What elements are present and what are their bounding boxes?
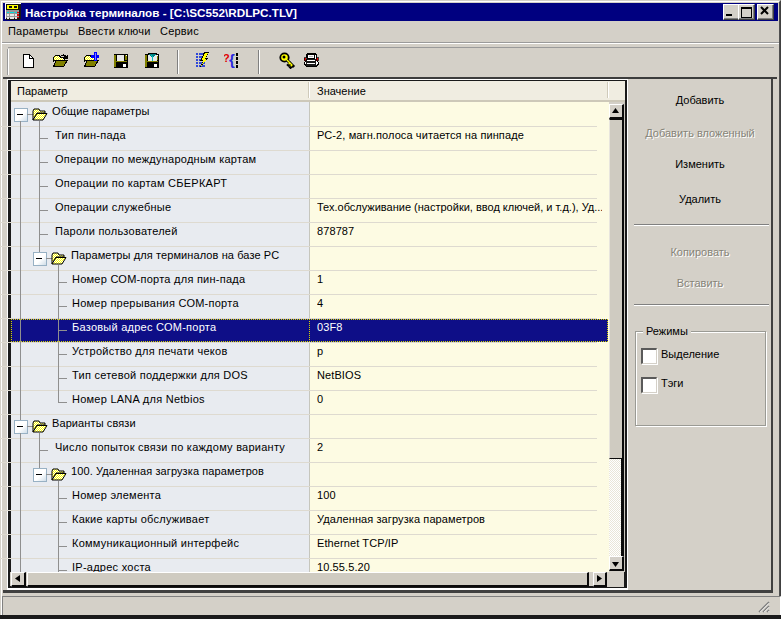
svg-text:{: {	[229, 52, 235, 68]
